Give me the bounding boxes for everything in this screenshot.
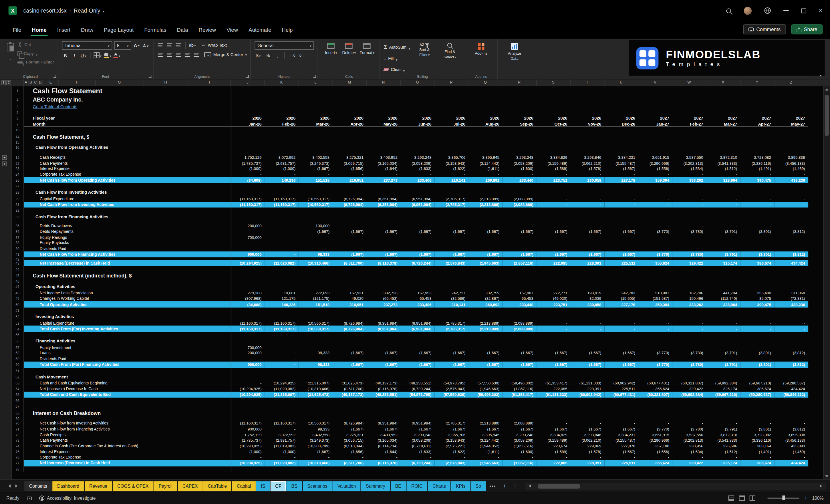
cell[interactable]: -	[571, 421, 605, 426]
ribbon-tab-automate[interactable]: Automate	[244, 23, 277, 37]
cell[interactable]: 434,424	[774, 386, 808, 391]
paste-button[interactable]	[7, 41, 14, 62]
row-label[interactable]: Net (Increase) Decrease In Cash	[24, 386, 231, 392]
cell[interactable]: (8,510,044)	[332, 444, 367, 448]
autosum-button[interactable]: Σ AutoSum	[384, 42, 410, 52]
accounting-format-button[interactable]: $	[255, 52, 262, 60]
cell[interactable]: (21,315,007)	[298, 381, 332, 385]
cell[interactable]: 3,651,915	[638, 432, 672, 437]
cell[interactable]: -	[706, 455, 740, 460]
cell[interactable]: -	[503, 455, 537, 460]
cell[interactable]: (1,667)	[503, 351, 537, 355]
avatar[interactable]	[744, 7, 752, 14]
cell[interactable]: -	[604, 246, 638, 251]
cell[interactable]: (60,902,942)	[604, 381, 638, 385]
cell[interactable]: (6,718,611)	[401, 444, 435, 448]
share-button[interactable]: Share	[791, 24, 823, 34]
cell[interactable]: (1,656)	[332, 166, 367, 171]
number-format-select[interactable]: General	[255, 41, 314, 50]
cell[interactable]: (3,155,487)	[604, 161, 638, 166]
cell[interactable]: -	[367, 246, 401, 251]
cell[interactable]: 229,969	[571, 444, 605, 448]
cell[interactable]: (3,812)	[774, 427, 808, 432]
cell[interactable]: (3,812)	[774, 351, 808, 355]
cell[interactable]: (8,351,984)	[367, 326, 401, 332]
cell[interactable]: 98,333	[298, 251, 332, 257]
cell[interactable]: -	[298, 345, 332, 350]
cell[interactable]: -	[774, 241, 808, 245]
row-number[interactable]: 67	[12, 404, 24, 409]
row-number[interactable]: 63	[12, 380, 24, 386]
row-number[interactable]: 14	[12, 133, 24, 140]
cell[interactable]: (1,556)	[638, 449, 672, 454]
cell[interactable]: -	[332, 345, 367, 350]
row-number[interactable]: 37	[12, 234, 24, 240]
column-header-U[interactable]: U	[604, 80, 638, 86]
row-label[interactable]: Cash Flow from Financing Activities	[24, 214, 231, 221]
cell[interactable]: (32,586)	[435, 296, 469, 301]
cell[interactable]: (6,951,984)	[401, 202, 435, 208]
cell[interactable]: (15,605)	[604, 296, 638, 301]
row-number[interactable]: 70	[12, 420, 24, 426]
row-label[interactable]	[24, 466, 231, 472]
cell[interactable]: May-26	[367, 121, 401, 127]
row-number[interactable]: 39	[12, 246, 24, 251]
row-number[interactable]: 50	[12, 302, 24, 308]
cell[interactable]: (3,770)	[638, 361, 672, 368]
cell[interactable]: (60,902,942)	[571, 391, 605, 398]
cell[interactable]: (10,294,925)	[231, 386, 265, 391]
row-number[interactable]: 35	[12, 223, 24, 229]
row-label[interactable]: ABC Company Inc.	[24, 95, 231, 103]
cell[interactable]: -	[638, 235, 672, 240]
cell[interactable]: (11,160,317)	[231, 321, 265, 325]
cell[interactable]: (1,667)	[604, 251, 638, 257]
cell[interactable]: (1,491)	[740, 449, 774, 454]
cell[interactable]: -	[672, 321, 706, 325]
cell[interactable]: (11,020,082)	[265, 460, 299, 466]
cell[interactable]: 230,058	[571, 177, 605, 183]
column-header-B[interactable]: B	[29, 80, 33, 86]
row-number[interactable]: 19	[12, 154, 24, 160]
row-number[interactable]: 46	[12, 280, 24, 283]
cell[interactable]: 223,751	[537, 302, 571, 308]
cell[interactable]: (1,667)	[537, 351, 571, 355]
zoom-slider-handle[interactable]	[783, 496, 785, 501]
cell[interactable]: -	[332, 455, 367, 460]
cell[interactable]: 2027	[740, 116, 774, 121]
cell[interactable]: -	[265, 356, 299, 361]
expand-group-button[interactable]: +	[2, 161, 7, 166]
row-label[interactable]: Net Cash Flow from Financing Activities	[24, 251, 231, 257]
cell[interactable]: -	[706, 196, 740, 201]
row-number[interactable]: 64	[12, 386, 24, 392]
cell[interactable]: (1,633)	[401, 166, 435, 171]
cell[interactable]: -	[740, 356, 774, 361]
row-label[interactable]: Capital Expenditure	[24, 196, 231, 202]
decrease-decimal-button[interactable]: .0→	[298, 52, 305, 60]
column-header-X[interactable]: X	[706, 80, 740, 86]
cell[interactable]: (3,124,442)	[469, 161, 503, 166]
cell[interactable]: 2026	[367, 116, 401, 121]
cell[interactable]: (1,667)	[537, 229, 571, 234]
cell[interactable]: 3,402,558	[298, 155, 332, 160]
cell[interactable]: 216,951	[332, 302, 367, 308]
cell[interactable]: 65,453	[401, 296, 435, 301]
cell[interactable]: (1,945,663)	[469, 460, 503, 466]
cell[interactable]: (61,353,417)	[503, 391, 537, 398]
row-label[interactable]: Debts Repayments	[24, 229, 231, 234]
cell[interactable]: 3,293,248	[401, 432, 435, 437]
cell[interactable]: (1,667)	[571, 361, 605, 368]
cell[interactable]: 434,424	[774, 460, 808, 466]
cell[interactable]: 200,000	[231, 224, 265, 228]
row-number[interactable]: 51	[12, 308, 24, 313]
cell[interactable]: -	[604, 345, 638, 350]
cell[interactable]: 3,728,082	[740, 155, 774, 160]
find-select-button[interactable]: Find & Select	[439, 41, 461, 72]
row-label[interactable]	[24, 308, 231, 313]
row-label[interactable]: Equity Raisings	[24, 234, 231, 240]
cell[interactable]: -	[401, 345, 435, 350]
cell[interactable]: -	[537, 455, 571, 460]
sheet-tab-is[interactable]: IS	[256, 481, 270, 491]
cell[interactable]: (121,175)	[298, 296, 332, 301]
cell[interactable]: (8,726,984)	[332, 421, 367, 426]
cell[interactable]: (1,667)	[503, 251, 537, 257]
